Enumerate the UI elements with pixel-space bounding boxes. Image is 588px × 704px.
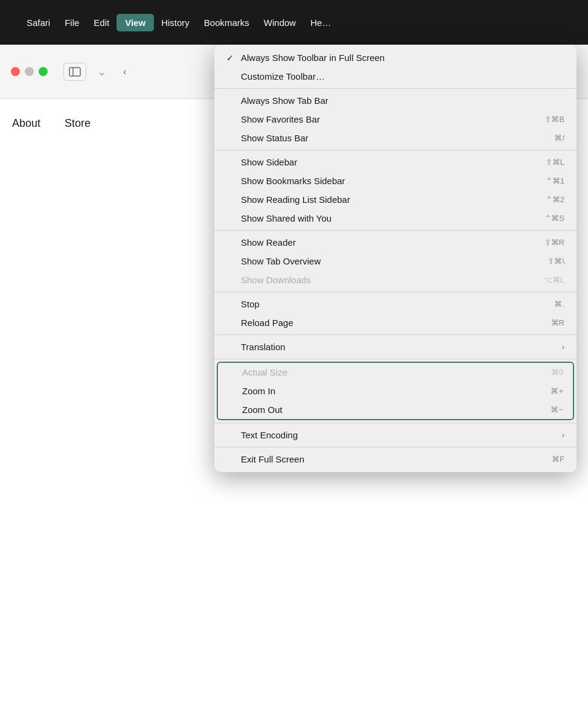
- menu-label: Zoom In: [242, 386, 275, 396]
- submenu-arrow-icon: ›: [562, 430, 564, 440]
- shortcut-label: ⇧⌘L: [546, 158, 564, 167]
- menu-label: Text Encoding: [241, 430, 298, 440]
- menubar-item-bookmarks[interactable]: Bookmarks: [197, 15, 257, 30]
- menu-label: Show Reader: [241, 237, 296, 248]
- zoom-section: Actual Size ⌘0 Zoom In ⌘+ Zoom Out ⌘−: [217, 362, 574, 420]
- menubar-item-history[interactable]: History: [154, 15, 197, 30]
- menubar-item-view[interactable]: View: [117, 14, 154, 31]
- menu-item-show-shared-with-you[interactable]: Show Shared with You ⌃⌘S: [214, 209, 577, 228]
- menu-item-show-downloads[interactable]: Show Downloads ⌥⌘L: [214, 270, 577, 289]
- menubar-item-safari[interactable]: Safari: [19, 15, 57, 30]
- menu-label: Always Show Toolbar in Full Screen: [241, 53, 385, 63]
- menu-item-reload-page[interactable]: Reload Page ⌘R: [214, 313, 577, 332]
- menu-label: Show Favorites Bar: [241, 114, 320, 124]
- menu-item-exit-full-screen[interactable]: Exit Full Screen ⌘F: [214, 450, 577, 469]
- submenu-arrow-icon: ›: [562, 342, 564, 351]
- menu-item-zoom-in[interactable]: Zoom In ⌘+: [218, 382, 573, 400]
- menu-label: Actual Size: [242, 367, 287, 377]
- menu-label: Show Status Bar: [241, 133, 308, 143]
- traffic-lights: [11, 67, 48, 76]
- menu-item-always-show-tab-bar[interactable]: Always Show Tab Bar: [214, 91, 577, 110]
- menu-item-show-reading-list-sidebar[interactable]: Show Reading List Sidebar ⌃⌘2: [214, 190, 577, 209]
- close-button[interactable]: [11, 67, 20, 76]
- shortcut-label: ⇧⌘R: [545, 238, 564, 247]
- minimize-button[interactable]: [25, 67, 34, 76]
- menu-label: Always Show Tab Bar: [241, 95, 328, 106]
- menu-label: Show Downloads: [241, 275, 311, 285]
- shortcut-label: ⌘+: [551, 386, 563, 395]
- menu-label: Show Bookmarks Sidebar: [241, 176, 345, 186]
- menu-label: Stop: [241, 299, 260, 309]
- maximize-button[interactable]: [39, 67, 48, 76]
- menu-separator: [214, 230, 577, 231]
- menu-bar: Safari File Edit View History Bookmarks …: [0, 0, 588, 45]
- menu-separator: [214, 292, 577, 292]
- menu-item-actual-size[interactable]: Actual Size ⌘0: [218, 363, 573, 382]
- checkmark-icon: ✓: [226, 53, 237, 63]
- shortcut-label: ⌘F: [552, 455, 564, 464]
- menu-item-show-tab-overview[interactable]: Show Tab Overview ⇧⌘\: [214, 252, 577, 270]
- menu-label: Zoom Out: [242, 405, 283, 415]
- apple-logo-icon[interactable]: [8, 20, 19, 25]
- menu-label: Translation: [241, 342, 286, 352]
- menu-item-always-show-toolbar[interactable]: ✓ Always Show Toolbar in Full Screen: [214, 48, 577, 67]
- shortcut-label: ⌘/: [554, 133, 564, 142]
- sidebar-toggle-button[interactable]: [63, 63, 86, 81]
- shortcut-label: ⇧⌘B: [545, 115, 564, 124]
- menu-item-zoom-out[interactable]: Zoom Out ⌘−: [218, 400, 573, 419]
- shortcut-label: ⌥⌘L: [543, 275, 564, 284]
- menu-label: Show Shared with You: [241, 213, 331, 223]
- menubar-item-help[interactable]: He…: [303, 15, 338, 30]
- svg-rect-0: [69, 68, 80, 76]
- shortcut-label: ⌃⌘S: [545, 214, 564, 223]
- menu-label: Customize Toolbar…: [241, 71, 325, 82]
- shortcut-label: ⌘0: [551, 368, 563, 377]
- menubar-item-window[interactable]: Window: [257, 15, 303, 30]
- about-nav-item[interactable]: About: [12, 117, 40, 130]
- menu-item-stop[interactable]: Stop ⌘.: [214, 295, 577, 313]
- menu-separator: [214, 359, 577, 359]
- menu-separator: [214, 334, 577, 335]
- menu-label: Reload Page: [241, 318, 293, 328]
- shortcut-label: ⌃⌘1: [546, 176, 564, 185]
- menu-item-show-status-bar[interactable]: Show Status Bar ⌘/: [214, 129, 577, 147]
- back-arrow-icon[interactable]: ‹: [123, 66, 126, 77]
- menu-label: Exit Full Screen: [241, 454, 304, 464]
- menu-separator: [214, 447, 577, 447]
- menu-label: Show Reading List Sidebar: [241, 194, 350, 205]
- shortcut-label: ⌘−: [551, 405, 563, 414]
- shortcut-label: ⌘R: [551, 318, 564, 327]
- shortcut-label: ⇧⌘\: [548, 257, 564, 266]
- shortcut-label: ⌃⌘2: [546, 195, 564, 204]
- view-dropdown-menu: ✓ Always Show Toolbar in Full Screen Cus…: [214, 45, 577, 472]
- store-nav-item[interactable]: Store: [65, 117, 91, 130]
- menu-separator: [214, 88, 577, 89]
- menu-item-show-sidebar[interactable]: Show Sidebar ⇧⌘L: [214, 153, 577, 171]
- menu-item-customize-toolbar[interactable]: Customize Toolbar…: [214, 67, 577, 86]
- shortcut-label: ⌘.: [554, 299, 564, 309]
- menu-item-show-bookmarks-sidebar[interactable]: Show Bookmarks Sidebar ⌃⌘1: [214, 171, 577, 190]
- menu-item-text-encoding[interactable]: Text Encoding ›: [214, 426, 577, 444]
- menubar-item-file[interactable]: File: [57, 15, 86, 30]
- menu-label: Show Sidebar: [241, 157, 297, 167]
- menubar-item-edit[interactable]: Edit: [86, 15, 117, 30]
- menu-item-show-reader[interactable]: Show Reader ⇧⌘R: [214, 233, 577, 252]
- menu-item-translation[interactable]: Translation ›: [214, 338, 577, 356]
- menu-separator: [214, 150, 577, 150]
- menu-item-show-favorites-bar[interactable]: Show Favorites Bar ⇧⌘B: [214, 110, 577, 129]
- menu-separator: [214, 423, 577, 423]
- menu-label: Show Tab Overview: [241, 256, 321, 266]
- chevron-down-icon[interactable]: ⌄: [97, 65, 106, 78]
